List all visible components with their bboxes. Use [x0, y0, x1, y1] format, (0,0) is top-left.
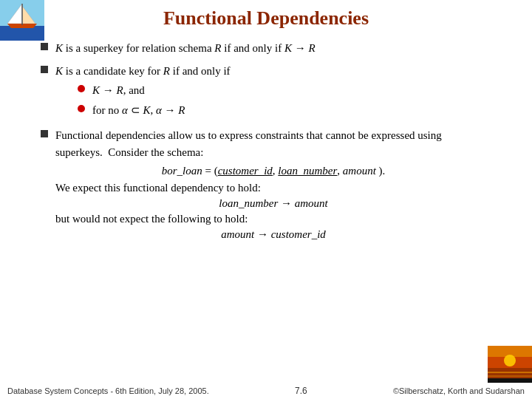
expect-text: We expect this functional dependency to …: [55, 182, 491, 194]
dependency-1: loan_number → amount: [55, 197, 491, 210]
bullet-2: K is a candidate key for R if and only i…: [41, 63, 491, 122]
bullet-3-content: Functional dependencies allow us to expr…: [55, 127, 491, 244]
footer: Database System Concepts - 6th Edition, …: [0, 386, 532, 396]
sub-bullet-1-text: K → R, and: [92, 82, 145, 99]
main-content: K is a superkey for relation schema R if…: [0, 40, 532, 244]
svg-rect-14: [488, 378, 532, 383]
sailboat-image: [0, 0, 44, 41]
footer-right: ©Silberschatz, Korth and Sudarshan: [393, 386, 525, 395]
svg-rect-12: [488, 372, 532, 373]
sunset-image: [488, 346, 532, 383]
sub-bullet-1: K → R, and: [78, 82, 231, 99]
footer-center: 7.6: [295, 386, 307, 396]
bullet-3: Functional dependencies allow us to expr…: [41, 127, 491, 244]
bullet-square-icon-2: [41, 66, 48, 73]
bullet-2-text: K is a candidate key for R if and only i…: [55, 65, 231, 77]
sub-bullet-2: for no α ⊂ K, α → R: [78, 102, 231, 119]
sub-bullets: K → R, and for no α ⊂ K, α → R: [78, 82, 231, 118]
bullet-square-icon-3: [41, 130, 48, 137]
circle-icon-1: [78, 85, 85, 92]
bullet-square-icon: [41, 43, 48, 50]
sub-bullet-2-text: for no α ⊂ K, α → R: [92, 102, 185, 119]
dependency-2: amount → customer_id: [55, 228, 491, 241]
schema-line: bor_loan = (customer_id, loan_number, am…: [55, 165, 491, 177]
bullet-1: K is a superkey for relation schema R if…: [41, 40, 491, 57]
bullet-1-text: K is a superkey for relation schema R if…: [55, 40, 316, 57]
bullet-2-content: K is a candidate key for R if and only i…: [55, 63, 231, 122]
but-text: but would not expect the following to ho…: [55, 213, 491, 225]
page-title: Functional Dependencies: [0, 0, 532, 40]
svg-rect-13: [488, 375, 532, 377]
bullet-3-intro: Functional dependencies allow us to expr…: [55, 129, 442, 158]
svg-point-10: [504, 355, 516, 366]
circle-icon-2: [78, 105, 85, 112]
slide: Functional Dependencies K is a superkey …: [0, 0, 532, 399]
footer-left: Database System Concepts - 6th Edition, …: [7, 386, 209, 395]
